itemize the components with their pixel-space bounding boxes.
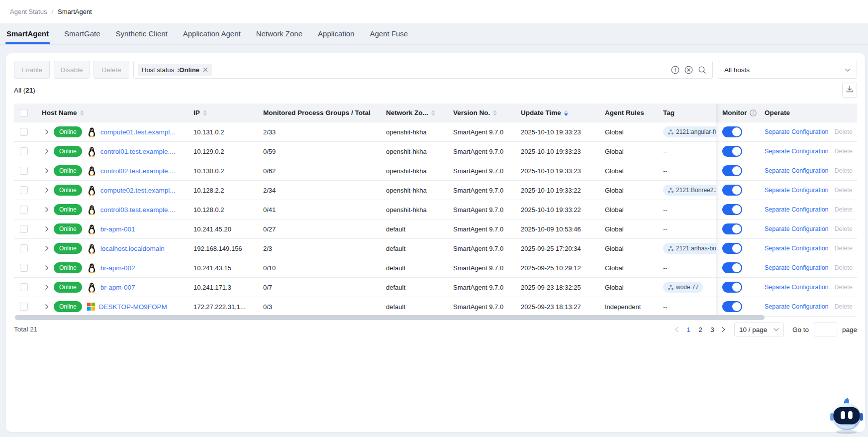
monitor-toggle[interactable] <box>722 146 742 157</box>
prev-page-icon[interactable] <box>672 327 682 332</box>
goto-page-input[interactable] <box>814 323 837 336</box>
sort-version-icon[interactable] <box>493 110 497 116</box>
separate-config-link[interactable]: Separate Configuration <box>765 284 829 291</box>
host-name-link[interactable]: localhost.localdomain <box>100 245 165 252</box>
host-scope-select[interactable]: All hosts <box>718 61 857 79</box>
monitor-toggle[interactable] <box>722 262 742 273</box>
separate-config-link[interactable]: Separate Configuration <box>765 264 829 271</box>
page-1[interactable]: 1 <box>683 326 694 333</box>
sort-host-name-icon[interactable] <box>80 110 84 116</box>
expand-row-icon[interactable] <box>44 148 50 154</box>
row-checkbox[interactable] <box>20 167 28 175</box>
expand-row-icon[interactable] <box>44 245 50 251</box>
clear-filter-icon[interactable] <box>684 66 693 74</box>
page-size-select[interactable]: 10 / page <box>734 323 784 336</box>
separate-config-link[interactable]: Separate Configuration <box>765 187 829 194</box>
row-checkbox[interactable] <box>20 147 28 155</box>
expand-row-icon[interactable] <box>44 207 50 213</box>
assistant-robot-mascot[interactable] <box>826 394 867 435</box>
filter-input[interactable]: Host status :Online <box>133 61 713 79</box>
sort-ip-icon[interactable] <box>203 110 207 116</box>
disable-button[interactable]: Disable <box>54 61 90 79</box>
next-page-icon[interactable] <box>718 327 729 332</box>
header-ip[interactable]: IP <box>188 104 257 122</box>
row-delete-link[interactable]: Delete <box>835 128 853 135</box>
tab-application[interactable]: Application <box>318 23 354 44</box>
row-checkbox[interactable] <box>20 264 28 272</box>
monitor-toggle[interactable] <box>722 282 742 293</box>
tab-agent-fuse[interactable]: Agent Fuse <box>370 23 408 44</box>
monitor-toggle[interactable] <box>722 204 742 215</box>
tab-smartagent[interactable]: SmartAgent <box>6 23 49 44</box>
host-name-link[interactable]: control03.test.example.... <box>100 206 176 214</box>
host-name-link[interactable]: DESKTOP-MO9FOPM <box>99 303 167 311</box>
header-version[interactable]: Version No. <box>447 104 515 122</box>
search-icon[interactable] <box>698 66 706 74</box>
delete-button[interactable]: Delete <box>94 61 129 79</box>
separate-config-link[interactable]: Separate Configuration <box>765 206 829 213</box>
monitor-info-icon[interactable] <box>750 109 757 116</box>
row-checkbox[interactable] <box>20 186 28 194</box>
row-checkbox[interactable] <box>20 303 28 311</box>
expand-row-icon[interactable] <box>44 187 50 193</box>
filter-tag[interactable]: Host status :Online <box>138 64 212 76</box>
expand-row-icon[interactable] <box>44 265 50 271</box>
tab-smartgate[interactable]: SmartGate <box>64 23 100 44</box>
row-delete-link[interactable]: Delete <box>835 303 853 310</box>
row-delete-link[interactable]: Delete <box>835 264 853 271</box>
row-delete-link[interactable]: Delete <box>835 206 853 213</box>
expand-row-icon[interactable] <box>44 304 50 310</box>
host-name-link[interactable]: compute02.test.exampl... <box>100 187 176 194</box>
monitor-toggle[interactable] <box>722 243 742 254</box>
row-checkbox[interactable] <box>20 128 28 136</box>
row-delete-link[interactable]: Delete <box>835 167 853 174</box>
monitor-toggle[interactable] <box>722 165 742 176</box>
sort-update-time-icon[interactable] <box>564 110 568 116</box>
separate-config-link[interactable]: Separate Configuration <box>765 148 829 155</box>
tab-network-zone[interactable]: Network Zone <box>256 23 302 44</box>
separate-config-link[interactable]: Separate Configuration <box>765 225 829 232</box>
expand-row-icon[interactable] <box>44 284 50 290</box>
expand-row-icon[interactable] <box>44 168 50 174</box>
expand-row-icon[interactable] <box>44 129 50 135</box>
separate-config-link[interactable]: Separate Configuration <box>765 245 829 252</box>
add-filter-icon[interactable] <box>671 66 679 74</box>
host-name-link[interactable]: control01.test.example.... <box>100 148 176 155</box>
separate-config-link[interactable]: Separate Configuration <box>765 128 829 135</box>
sort-network-zone-icon[interactable] <box>431 110 435 116</box>
tab-synthetic-client[interactable]: Synthetic Client <box>116 23 168 44</box>
tab-application-agent[interactable]: Application Agent <box>183 23 241 44</box>
host-name-link[interactable]: compute01.test.exampl... <box>100 128 176 136</box>
host-name-link[interactable]: control02.test.example.... <box>100 167 176 175</box>
enable-button[interactable]: Enable <box>14 61 50 79</box>
header-update-time[interactable]: Update Time <box>515 104 599 122</box>
horizontal-scrollbar[interactable] <box>15 315 765 320</box>
export-button[interactable] <box>842 83 857 98</box>
monitor-toggle[interactable] <box>722 223 742 234</box>
host-name-link[interactable]: br-apm-007 <box>100 284 135 291</box>
monitor-toggle[interactable] <box>722 301 742 312</box>
page-3[interactable]: 3 <box>707 326 718 333</box>
row-checkbox[interactable] <box>20 244 28 252</box>
page-2[interactable]: 2 <box>695 326 706 333</box>
monitor-toggle[interactable] <box>722 185 742 196</box>
monitor-toggle[interactable] <box>722 126 742 137</box>
separate-config-link[interactable]: Separate Configuration <box>765 303 829 310</box>
separate-config-link[interactable]: Separate Configuration <box>765 167 829 174</box>
expand-row-icon[interactable] <box>44 226 50 232</box>
row-delete-link[interactable]: Delete <box>835 187 853 194</box>
host-name-link[interactable]: br-apm-001 <box>100 225 135 233</box>
header-network-zone[interactable]: Network Zo... <box>380 104 447 122</box>
row-delete-link[interactable]: Delete <box>835 225 853 232</box>
row-checkbox[interactable] <box>20 206 28 214</box>
breadcrumb-parent[interactable]: Agent Status <box>10 8 47 15</box>
row-checkbox[interactable] <box>20 283 28 291</box>
row-delete-link[interactable]: Delete <box>835 284 853 291</box>
header-host-name[interactable]: Host Name <box>36 104 188 122</box>
row-delete-link[interactable]: Delete <box>835 245 853 252</box>
host-name-link[interactable]: br-apm-002 <box>100 264 135 272</box>
filter-tag-remove-icon[interactable] <box>203 67 208 72</box>
row-checkbox[interactable] <box>20 225 28 233</box>
select-all-checkbox[interactable] <box>20 109 28 117</box>
row-delete-link[interactable]: Delete <box>835 148 853 155</box>
